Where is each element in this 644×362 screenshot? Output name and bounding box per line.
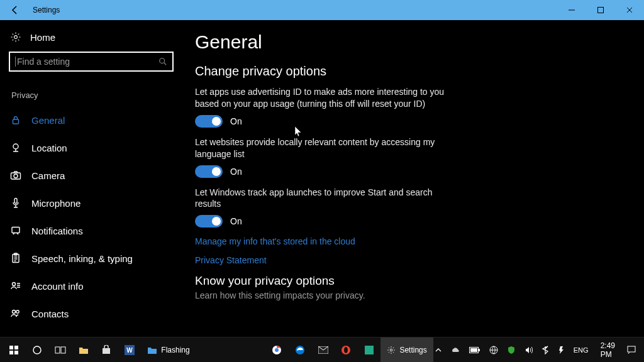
account-icon bbox=[10, 280, 21, 292]
taskbar: W Flashing Settings ENG 2:49 PM bbox=[0, 337, 644, 362]
volume-icon[interactable] bbox=[523, 337, 535, 363]
sidebar-item-label: Speech, inking, & typing bbox=[31, 253, 133, 264]
sidebar-section-label: Privacy bbox=[11, 90, 177, 100]
taskbar-app-mail[interactable] bbox=[311, 337, 335, 363]
action-center-icon[interactable] bbox=[625, 337, 638, 363]
taskbar-app-store[interactable] bbox=[95, 337, 118, 363]
tray-overflow-icon[interactable] bbox=[433, 337, 443, 363]
power-icon[interactable] bbox=[555, 337, 567, 363]
taskbar-app-chrome[interactable] bbox=[265, 337, 289, 363]
svg-point-2 bbox=[14, 36, 18, 39]
window-title: Settings bbox=[30, 6, 60, 14]
svg-point-6 bbox=[13, 144, 18, 149]
sidebar-item-contacts[interactable]: Contacts bbox=[9, 300, 177, 327]
sidebar-item-label: Location bbox=[31, 143, 67, 153]
sidebar-item-camera[interactable]: Camera bbox=[9, 162, 177, 189]
bluetooth-icon[interactable] bbox=[540, 337, 550, 363]
sidebar-item-location[interactable]: Location bbox=[9, 134, 177, 162]
language-indicator[interactable]: ENG bbox=[572, 337, 591, 363]
main-content: General Change privacy options Let apps … bbox=[189, 20, 644, 337]
task-view-button[interactable] bbox=[48, 337, 72, 363]
svg-point-20 bbox=[33, 346, 41, 354]
svg-rect-23 bbox=[103, 348, 110, 354]
taskbar-app-generic[interactable] bbox=[358, 337, 381, 363]
camera-icon bbox=[10, 170, 21, 181]
sidebar-item-label: Microphone bbox=[31, 198, 80, 209]
system-tray: ENG 2:49 PM bbox=[433, 337, 641, 363]
taskbar-app-label: Flashing bbox=[161, 346, 189, 354]
back-button[interactable] bbox=[0, 0, 30, 20]
sidebar-item-label: General bbox=[31, 115, 65, 126]
home-label: Home bbox=[30, 32, 55, 43]
microphone-icon bbox=[10, 197, 21, 209]
svg-text:W: W bbox=[126, 347, 133, 354]
sidebar-item-label: Contacts bbox=[31, 309, 69, 319]
svg-point-3 bbox=[160, 58, 165, 63]
link-privacy-statement[interactable]: Privacy Statement bbox=[195, 255, 619, 265]
svg-point-33 bbox=[391, 349, 393, 351]
sidebar-item-label: Camera bbox=[31, 170, 65, 181]
taskbar-app-word[interactable]: W bbox=[118, 337, 142, 363]
toggle-language-list[interactable] bbox=[195, 165, 223, 178]
option-description: Let Windows track app launches to improv… bbox=[195, 187, 459, 211]
toggle-app-launches[interactable] bbox=[195, 215, 223, 228]
svg-rect-35 bbox=[479, 349, 480, 351]
sidebar-item-speech[interactable]: Speech, inking, & typing bbox=[9, 244, 177, 272]
link-manage-cloud[interactable]: Manage my info that's stored in the clou… bbox=[195, 236, 619, 246]
sidebar-item-label: Account info bbox=[31, 281, 84, 292]
lock-icon bbox=[10, 114, 21, 126]
toggle-advertising-id[interactable] bbox=[195, 115, 223, 128]
toggle-state-label: On bbox=[230, 216, 242, 226]
section-title: Change privacy options bbox=[195, 64, 619, 79]
clipboard-icon bbox=[10, 253, 21, 264]
search-field[interactable] bbox=[17, 57, 158, 67]
svg-rect-9 bbox=[14, 199, 17, 204]
cortana-button[interactable] bbox=[26, 337, 49, 363]
option-language-list: Let websites provide locally relevant co… bbox=[195, 136, 459, 178]
location-icon bbox=[10, 142, 21, 153]
svg-rect-19 bbox=[14, 351, 18, 354]
sidebar: Home Privacy General Location Camera Mic… bbox=[0, 20, 189, 337]
taskbar-app-edge[interactable] bbox=[289, 337, 312, 363]
minimize-button[interactable] bbox=[557, 0, 586, 20]
svg-point-14 bbox=[13, 310, 16, 314]
search-input[interactable] bbox=[9, 52, 174, 72]
clock[interactable]: 2:49 PM bbox=[596, 341, 620, 359]
battery-icon[interactable] bbox=[467, 337, 482, 363]
close-button[interactable] bbox=[615, 0, 644, 20]
svg-rect-36 bbox=[470, 348, 477, 352]
sidebar-item-account[interactable]: Account info bbox=[9, 272, 177, 300]
home-button[interactable]: Home bbox=[9, 29, 177, 52]
taskbar-app-settings[interactable]: Settings bbox=[380, 337, 433, 363]
taskbar-app-label: Settings bbox=[399, 346, 426, 354]
toggle-state-label: On bbox=[230, 116, 242, 126]
svg-rect-5 bbox=[13, 119, 19, 124]
svg-point-13 bbox=[13, 283, 16, 286]
defender-icon[interactable] bbox=[505, 337, 518, 363]
onedrive-icon[interactable] bbox=[448, 337, 462, 363]
svg-point-8 bbox=[14, 174, 18, 178]
know-subtext: Learn how this setting impacts your priv… bbox=[195, 290, 619, 300]
taskbar-app-opera[interactable] bbox=[335, 337, 358, 363]
know-title: Know your privacy options bbox=[195, 274, 619, 288]
option-description: Let websites provide locally relevant co… bbox=[195, 136, 459, 160]
option-description: Let apps use advertising ID to make ads … bbox=[195, 86, 459, 110]
page-title: General bbox=[195, 31, 619, 53]
maximize-button[interactable] bbox=[586, 0, 615, 20]
sidebar-item-general[interactable]: General bbox=[9, 106, 177, 134]
svg-line-4 bbox=[164, 63, 167, 65]
svg-rect-32 bbox=[365, 346, 374, 354]
sidebar-item-microphone[interactable]: Microphone bbox=[9, 189, 177, 217]
sidebar-item-notifications[interactable]: Notifications bbox=[9, 217, 177, 244]
svg-rect-18 bbox=[9, 351, 13, 354]
svg-point-31 bbox=[344, 347, 348, 353]
start-button[interactable] bbox=[3, 337, 26, 363]
svg-point-15 bbox=[16, 310, 19, 313]
network-icon[interactable] bbox=[487, 337, 500, 363]
taskbar-app-explorer[interactable] bbox=[72, 337, 95, 363]
svg-rect-10 bbox=[12, 228, 19, 233]
sidebar-item-label: Notifications bbox=[31, 226, 83, 236]
option-advertising-id: Let apps use advertising ID to make ads … bbox=[195, 86, 459, 128]
taskbar-app-flashing[interactable]: Flashing bbox=[141, 337, 196, 363]
svg-rect-17 bbox=[14, 346, 18, 349]
